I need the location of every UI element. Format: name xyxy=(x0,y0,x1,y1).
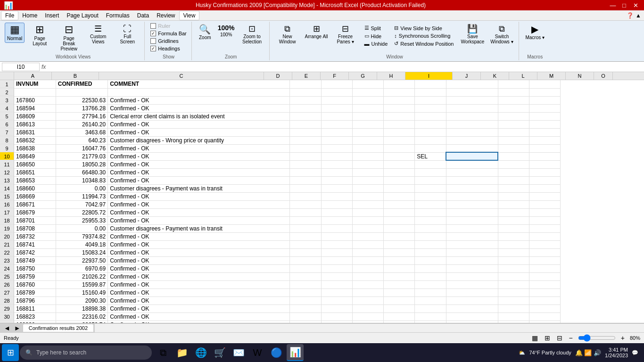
table-cell[interactable] xyxy=(290,288,321,296)
table-cell[interactable] xyxy=(446,288,498,296)
table-cell[interactable] xyxy=(415,313,446,321)
table-cell[interactable]: 168671 xyxy=(14,200,56,208)
table-cell[interactable] xyxy=(290,200,321,208)
row-num-14[interactable]: 14 xyxy=(0,184,14,192)
row-num-5[interactable]: 5 xyxy=(0,112,14,120)
table-cell[interactable] xyxy=(321,280,352,288)
table-cell[interactable] xyxy=(529,160,561,168)
col-header-g[interactable]: G xyxy=(349,72,377,80)
table-cell[interactable] xyxy=(415,208,446,216)
table-cell[interactable]: Confirmed - OK xyxy=(108,280,290,288)
table-cell[interactable]: Customer disagrees - Wrong price or quan… xyxy=(108,136,290,144)
table-cell[interactable] xyxy=(352,200,383,208)
table-cell[interactable] xyxy=(321,296,352,304)
table-cell[interactable] xyxy=(498,256,529,264)
table-cell[interactable]: Clerical error client claims is an isola… xyxy=(108,112,290,120)
row-num-3[interactable]: 3 xyxy=(0,96,14,104)
table-cell[interactable]: 168760 xyxy=(14,280,56,288)
table-cell[interactable] xyxy=(352,160,383,168)
row-num-4[interactable]: 4 xyxy=(0,104,14,112)
table-cell[interactable]: 6970.69 xyxy=(56,264,107,272)
table-cell[interactable] xyxy=(446,152,498,160)
table-cell[interactable] xyxy=(321,104,352,112)
table-cell[interactable] xyxy=(384,88,415,96)
table-cell[interactable] xyxy=(498,272,529,280)
table-cell[interactable] xyxy=(384,200,415,208)
row-num-27[interactable]: 27 xyxy=(0,288,14,296)
table-cell[interactable]: 13766.28 xyxy=(56,104,107,112)
table-cell[interactable] xyxy=(321,176,352,184)
row-num-7[interactable]: 7 xyxy=(0,128,14,136)
table-cell[interactable] xyxy=(321,88,352,96)
table-cell[interactable] xyxy=(446,144,498,152)
col-header-k[interactable]: K xyxy=(481,72,509,80)
table-cell[interactable] xyxy=(352,304,383,313)
row-num-19[interactable]: 19 xyxy=(0,224,14,232)
table-cell[interactable] xyxy=(321,168,352,176)
table-cell[interactable] xyxy=(446,248,498,256)
table-cell[interactable]: 66480.30 xyxy=(56,168,107,176)
table-cell[interactable] xyxy=(352,88,383,96)
table-cell[interactable] xyxy=(446,272,498,280)
table-cell[interactable]: 22530.63 xyxy=(56,96,107,104)
table-cell[interactable] xyxy=(290,176,321,184)
zoom-slider[interactable] xyxy=(578,334,616,342)
table-cell[interactable] xyxy=(352,128,383,136)
table-cell[interactable] xyxy=(415,232,446,240)
table-cell[interactable] xyxy=(290,136,321,144)
table-cell[interactable] xyxy=(290,112,321,120)
row-num-24[interactable]: 24 xyxy=(0,264,14,272)
table-cell[interactable] xyxy=(108,88,290,96)
table-cell[interactable] xyxy=(415,144,446,152)
table-cell[interactable] xyxy=(498,120,529,128)
table-cell[interactable]: CONFIRMED xyxy=(56,80,107,88)
table-cell[interactable]: 168669 xyxy=(14,192,56,200)
ribbon-btn-macros[interactable]: ▶ Macros ▾ xyxy=(523,23,547,42)
table-cell[interactable]: 168631 xyxy=(14,128,56,136)
table-cell[interactable] xyxy=(446,304,498,313)
ribbon-btn-new-window[interactable]: ⧉ New Window xyxy=(273,23,302,46)
table-cell[interactable]: Confirmed - OK xyxy=(108,192,290,200)
table-cell[interactable] xyxy=(415,136,446,144)
table-cell[interactable]: Confirmed - OK xyxy=(108,168,290,176)
table-cell[interactable] xyxy=(498,216,529,224)
table-cell[interactable] xyxy=(415,304,446,313)
table-cell[interactable] xyxy=(321,144,352,152)
ribbon-btn-page-layout[interactable]: ⊞ Page Layout xyxy=(25,23,54,48)
table-cell[interactable]: 10348.83 xyxy=(56,176,107,184)
table-cell[interactable]: Confirmed - OK xyxy=(108,96,290,104)
table-cell[interactable] xyxy=(321,264,352,272)
table-cell[interactable]: 168650 xyxy=(14,160,56,168)
show-formula-bar[interactable]: Formula Bar xyxy=(149,30,189,37)
table-cell[interactable] xyxy=(415,264,446,272)
table-cell[interactable]: 18898.38 xyxy=(56,304,107,313)
table-cell[interactable] xyxy=(446,280,498,288)
zoom-minus[interactable]: − xyxy=(568,334,574,342)
sheet-tab-confirmation[interactable]: Confirmation results 2002 xyxy=(23,324,94,332)
table-cell[interactable] xyxy=(290,280,321,288)
col-header-a[interactable]: A xyxy=(14,72,52,80)
table-cell[interactable] xyxy=(321,288,352,296)
table-cell[interactable] xyxy=(498,304,529,313)
table-cell[interactable]: 168732 xyxy=(14,232,56,240)
table-cell[interactable] xyxy=(290,256,321,264)
table-cell[interactable]: 22316.02 xyxy=(56,313,107,321)
row-num-22[interactable]: 22 xyxy=(0,248,14,256)
table-cell[interactable]: 18050.28 xyxy=(56,160,107,168)
table-cell[interactable] xyxy=(415,192,446,200)
table-cell[interactable] xyxy=(321,120,352,128)
table-cell[interactable] xyxy=(384,168,415,176)
table-cell[interactable]: Confirmed - OK xyxy=(108,248,290,256)
normal-view-icon[interactable]: ▦ xyxy=(530,334,539,342)
table-cell[interactable] xyxy=(529,288,561,296)
table-cell[interactable] xyxy=(321,232,352,240)
table-cell[interactable] xyxy=(384,96,415,104)
menu-item-home[interactable]: Home xyxy=(18,11,41,20)
table-cell[interactable] xyxy=(529,296,561,304)
table-cell[interactable]: 168701 xyxy=(14,216,56,224)
page-layout-view-icon[interactable]: ⊞ xyxy=(543,334,552,342)
table-cell[interactable] xyxy=(321,160,352,168)
row-num-2[interactable]: 2 xyxy=(0,88,14,96)
table-cell[interactable] xyxy=(529,120,561,128)
table-cell[interactable] xyxy=(384,232,415,240)
